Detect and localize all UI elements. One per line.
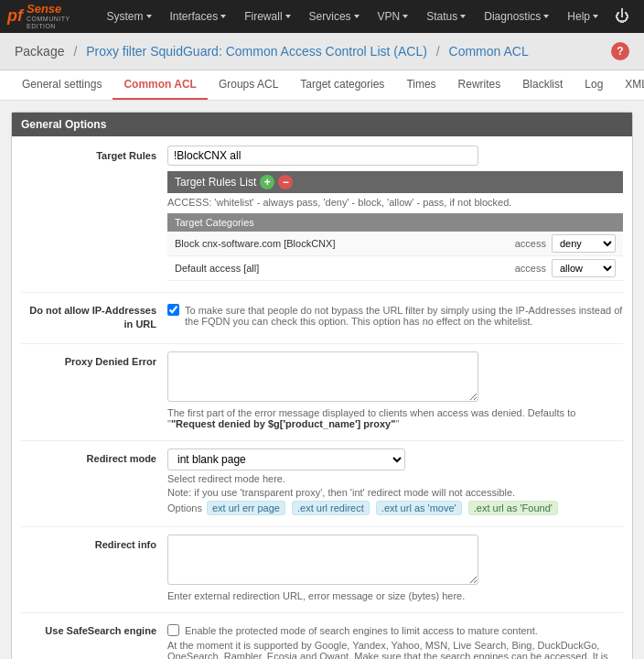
tc-row1-name: Block cnx-software.com [BlockCNX] <box>175 238 515 249</box>
redirect-mode-help1: Select redirect mode here. <box>167 473 623 484</box>
trl-description: ACCESS: 'whitelist' - always pass, 'deny… <box>167 197 623 208</box>
bc-sep2: / <box>436 44 440 59</box>
tc-row1-access-label: access <box>515 238 546 249</box>
table-row: Block cnx-software.com [BlockCNX] access… <box>167 232 623 256</box>
logout-icon[interactable]: ⏻ <box>607 8 637 24</box>
tc-row2-access-label: access <box>515 263 546 274</box>
target-rules-label: Target Rules <box>21 146 167 163</box>
nav-status[interactable]: Status <box>417 0 475 33</box>
option-move[interactable]: .ext url as 'move' <box>376 501 462 515</box>
nav-firewall[interactable]: Firewall <box>235 0 299 33</box>
tc-row2-access-select[interactable]: deny allow whitelist <box>552 259 616 277</box>
form-group-target-rules: Target Rules Target Rules List + − ACCES… <box>21 146 623 281</box>
redirect-mode-wrap: int blank page int error page ext redire… <box>167 448 623 515</box>
bc-sep1: / <box>73 44 77 59</box>
redirect-info-wrap: Enter external redirection URL, error me… <box>167 535 623 601</box>
redirect-info-description: Enter external redirection URL, error me… <box>167 590 623 601</box>
redirect-mode-label: Redirect mode <box>21 448 167 466</box>
tab-rewrites[interactable]: Rewrites <box>447 70 512 100</box>
proxy-error-textarea[interactable] <box>167 351 478 402</box>
target-rules-wrap: Target Rules List + − ACCESS: 'whitelist… <box>167 146 623 281</box>
safesearch-wrap: Enable the protected mode of search engi… <box>167 621 623 659</box>
tab-general-settings[interactable]: General settings <box>11 70 113 100</box>
form-group-redirect-info: Redirect info Enter external redirection… <box>21 535 623 601</box>
proxy-error-description: The first part of the error message disp… <box>167 407 623 429</box>
breadcrumb: Package / Proxy filter SquidGuard: Commo… <box>15 44 529 59</box>
no-ip-checkbox[interactable] <box>167 304 179 316</box>
breadcrumb-bar: Package / Proxy filter SquidGuard: Commo… <box>0 33 644 70</box>
table-row: Default access [all] access deny allow w… <box>167 256 623 281</box>
nav-interfaces[interactable]: Interfaces <box>161 0 236 33</box>
brand-name: Sense <box>27 3 82 16</box>
navbar: pf Sense COMMUNITY EDITION System Interf… <box>0 0 644 33</box>
tc-row1-access-select[interactable]: deny allow whitelist <box>552 234 616 253</box>
nav-help[interactable]: Help <box>558 0 607 33</box>
nav-vpn[interactable]: VPN <box>369 0 418 33</box>
nav-diagnostics[interactable]: Diagnostics <box>475 0 558 33</box>
safesearch-desc2: At the moment it is supported by Google,… <box>167 640 623 659</box>
no-ip-label: Do not allow IP-Addresses in URL <box>21 300 167 332</box>
brand: pf Sense COMMUNITY EDITION <box>7 3 82 30</box>
tab-times[interactable]: Times <box>395 70 446 100</box>
tc-header: Target Categories <box>167 213 623 232</box>
no-ip-wrap: To make sure that people do not bypass t… <box>167 300 623 327</box>
panel-body: Target Rules Target Rules List + − ACCES… <box>12 136 632 659</box>
tab-xmlrpc-sync[interactable]: XMLRPC Sync <box>614 70 644 100</box>
panel: General Options Target Rules Target Rule… <box>11 112 633 659</box>
tab-common-acl[interactable]: Common ACL <box>113 70 208 100</box>
tabs: General settings Common ACL Groups ACL T… <box>0 70 644 101</box>
option-found[interactable]: .ext url as 'Found' <box>468 501 558 515</box>
safesearch-checkbox[interactable] <box>167 624 179 636</box>
option-redirect[interactable]: .ext url redirect <box>292 501 370 515</box>
nav-system[interactable]: System <box>97 0 160 33</box>
safesearch-checkbox-row: Enable the protected mode of search engi… <box>167 622 623 636</box>
tab-log[interactable]: Log <box>574 70 614 100</box>
safesearch-label: Use SafeSearch engine <box>21 621 167 638</box>
safesearch-desc1: Enable the protected mode of search engi… <box>185 625 538 636</box>
redirect-mode-help2: Note: if you use 'transparent proxy', th… <box>167 487 623 498</box>
main-content: General Options Target Rules Target Rule… <box>0 101 644 659</box>
bc-package: Package <box>15 44 64 59</box>
trl-remove-button[interactable]: − <box>278 175 293 189</box>
tab-target-categories[interactable]: Target categories <box>289 70 395 100</box>
redirect-info-label: Redirect info <box>21 535 167 552</box>
redirect-mode-options: Options ext url err page .ext url redire… <box>167 501 623 515</box>
help-icon[interactable]: ? <box>611 42 629 60</box>
redirect-mode-select[interactable]: int blank page int error page ext redire… <box>167 448 405 470</box>
form-group-safesearch: Use SafeSearch engine Enable the protect… <box>21 621 623 659</box>
trl-add-button[interactable]: + <box>260 175 274 189</box>
panel-heading: General Options <box>12 113 632 136</box>
trl-title: Target Rules List <box>175 176 256 189</box>
option-err-page[interactable]: ext url err page <box>207 501 285 515</box>
nav-menu: System Interfaces Firewall Services VPN … <box>97 0 607 33</box>
navbar-right: ⏻ <box>607 8 637 25</box>
bc-current: Common ACL <box>449 44 529 59</box>
form-group-proxy-error: Proxy Denied Error The first part of the… <box>21 351 623 429</box>
form-group-no-ip: Do not allow IP-Addresses in URL To make… <box>21 300 623 332</box>
brand-edition: COMMUNITY EDITION <box>27 16 82 29</box>
no-ip-description: To make sure that people do not bypass t… <box>185 305 623 327</box>
trl-header: Target Rules List + − <box>167 171 623 193</box>
tab-blacklist[interactable]: Blacklist <box>511 70 574 100</box>
tc-row2-name: Default access [all] <box>175 263 515 274</box>
redirect-info-textarea[interactable] <box>167 535 478 585</box>
proxy-error-wrap: The first part of the error message disp… <box>167 351 623 429</box>
bc-link1[interactable]: Proxy filter SquidGuard: Common Access C… <box>86 44 427 59</box>
pf-logo: pf <box>7 6 23 26</box>
proxy-error-label: Proxy Denied Error <box>21 351 167 369</box>
tab-groups-acl[interactable]: Groups ACL <box>208 70 289 100</box>
target-rules-input[interactable] <box>167 146 478 166</box>
no-ip-checkbox-row: To make sure that people do not bypass t… <box>167 302 623 327</box>
form-group-redirect-mode: Redirect mode int blank page int error p… <box>21 448 623 515</box>
nav-services[interactable]: Services <box>300 0 369 33</box>
